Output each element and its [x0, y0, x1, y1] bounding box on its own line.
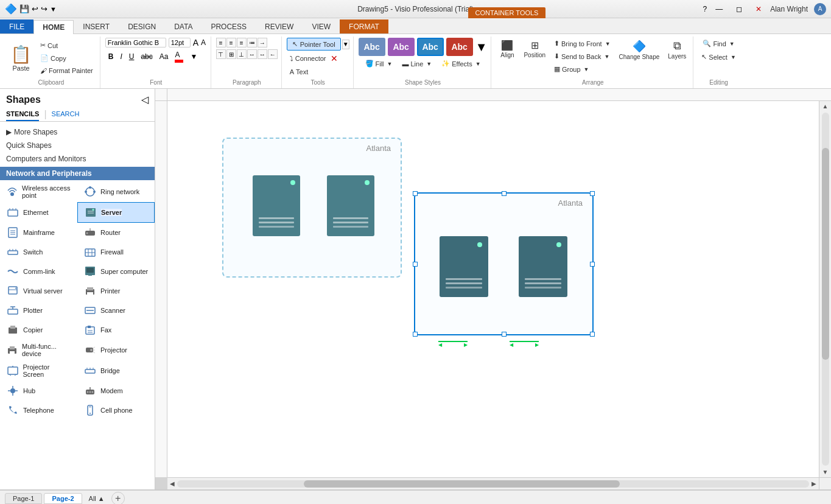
rtl-button[interactable]: ↔ — [258, 49, 267, 59]
bullet-list-button[interactable]: ≔ — [247, 38, 257, 47]
shape-firewall[interactable]: Firewall — [77, 242, 155, 262]
shape-style-4[interactable]: Abc — [446, 38, 473, 56]
shape-virtual-server[interactable]: Virtual server — [0, 281, 77, 301]
decrease-indent-button[interactable]: ← — [268, 49, 278, 59]
sel-handle-left[interactable] — [413, 262, 418, 267]
find-button[interactable]: 🔍 Find ▼ — [700, 38, 737, 49]
send-to-back-button[interactable]: ⬇ Send to Back ▼ — [551, 51, 614, 62]
italic-button[interactable]: I — [117, 51, 125, 62]
vertical-scrollbar[interactable]: ▲ ▼ — [819, 101, 831, 477]
minimize-button[interactable]: — — [710, 4, 728, 15]
container-1[interactable]: Atlanta — [222, 138, 402, 278]
tab-file[interactable]: FILE — [0, 19, 33, 33]
hscroll-left-arrow[interactable]: ◀ — [167, 480, 177, 487]
fill-button[interactable]: 🪣 Fill ▼ — [362, 58, 396, 69]
close-button[interactable]: ✕ — [751, 4, 766, 15]
font-shrink-icon[interactable]: A — [201, 38, 206, 47]
sel-handle-br[interactable] — [590, 332, 595, 337]
server-shape-1[interactable] — [253, 175, 300, 236]
align-right-button[interactable]: ≡ — [237, 38, 247, 47]
server-shape-4[interactable] — [519, 236, 567, 297]
shape-plotter[interactable]: Plotter — [0, 301, 77, 320]
server-shape-2[interactable] — [327, 175, 374, 236]
shape-server[interactable]: Server — [77, 202, 155, 223]
tab-home[interactable]: HOME — [33, 20, 74, 34]
shape-projector-screen[interactable]: Projector Screen — [0, 360, 77, 381]
container-2[interactable]: Atlanta — [414, 192, 594, 335]
tab-design[interactable]: DESIGN — [119, 19, 165, 33]
vscroll-thumb[interactable] — [822, 148, 829, 360]
bring-to-front-button[interactable]: ⬆ Bring to Front ▼ — [551, 38, 614, 49]
valign-middle-button[interactable]: ⊞ — [226, 49, 236, 59]
cut-button[interactable]: ✂ Cut — [37, 40, 96, 51]
hscroll-right-arrow[interactable]: ▶ — [809, 480, 819, 487]
underline-button[interactable]: U — [126, 51, 138, 62]
copy-button[interactable]: 📄 Copy — [37, 52, 96, 64]
font-size-input[interactable] — [169, 38, 191, 47]
quick-access-customize[interactable]: ▼ — [50, 5, 57, 13]
select-button[interactable]: ↖ Select ▼ — [698, 51, 739, 63]
shape-copier[interactable]: Copier — [0, 320, 77, 340]
shape-router[interactable]: Router — [77, 223, 155, 242]
increase-indent-button[interactable]: → — [258, 38, 267, 47]
shape-hub[interactable]: Hub — [0, 381, 77, 401]
vscroll-down-arrow[interactable]: ▼ — [822, 467, 829, 477]
tab-data[interactable]: DATA — [165, 19, 202, 33]
font-color-button[interactable]: A — [172, 49, 186, 64]
font-grow-icon[interactable]: A — [193, 38, 198, 47]
restore-button[interactable]: ◻ — [731, 4, 747, 15]
shape-scanner[interactable]: Scanner — [77, 301, 155, 320]
page-tab-1[interactable]: Page-1 — [5, 493, 42, 504]
shape-style-1[interactable]: Abc — [359, 38, 385, 56]
pointer-dropdown[interactable]: ▼ — [342, 40, 349, 49]
shape-switch[interactable]: Switch — [0, 242, 77, 262]
valign-top-button[interactable]: ⊤ — [216, 49, 226, 59]
add-page-button[interactable]: + — [111, 492, 125, 504]
tab-format[interactable]: FORMAT — [340, 19, 388, 33]
sel-handle-top[interactable] — [502, 191, 507, 196]
ltr-button[interactable]: ↔ — [247, 49, 257, 59]
connector-remove[interactable]: ✕ — [331, 54, 338, 63]
shape-bridge[interactable]: Bridge — [77, 360, 155, 381]
tab-review[interactable]: REVIEW — [256, 19, 303, 33]
shape-mainframe[interactable]: Mainframe — [0, 223, 77, 242]
help-icon[interactable]: ? — [703, 5, 707, 13]
shape-printer[interactable]: Printer — [77, 281, 155, 301]
computers-monitors-item[interactable]: Computers and Monitors — [0, 152, 155, 166]
shape-style-3[interactable]: Abc — [417, 38, 444, 56]
all-pages-button[interactable]: All ▲ — [84, 494, 110, 503]
shape-modem[interactable]: Modem — [77, 381, 155, 401]
align-button[interactable]: ⬛ Align — [496, 38, 518, 60]
horizontal-scrollbar[interactable]: ◀ ▶ — [167, 477, 819, 489]
shape-ethernet[interactable]: Ethernet — [0, 202, 77, 223]
shape-super-computer[interactable]: Super computer — [77, 262, 155, 281]
shape-projector[interactable]: Projector — [77, 340, 155, 360]
shapes-collapse-icon[interactable]: ◁ — [141, 94, 149, 105]
tab-process[interactable]: PROCESS — [202, 19, 256, 33]
align-center-button[interactable]: ≡ — [226, 38, 236, 47]
shape-comm-link[interactable]: Comm-link — [0, 262, 77, 281]
line-button[interactable]: ▬ Line ▼ — [399, 58, 435, 69]
case-button[interactable]: Aa — [156, 51, 172, 62]
font-name-input[interactable] — [105, 38, 166, 47]
tab-insert[interactable]: INSERT — [74, 19, 119, 33]
group-button[interactable]: ▦ Group ▼ — [551, 63, 614, 75]
layers-button[interactable]: ⧉ Layers — [665, 38, 689, 61]
page-tab-2[interactable]: Page-2 — [44, 493, 82, 504]
server-shape-3[interactable] — [440, 236, 488, 297]
sel-handle-bottom[interactable] — [502, 332, 507, 337]
sel-handle-right[interactable] — [590, 262, 595, 267]
quick-access-save[interactable]: 💾 — [19, 4, 29, 13]
shape-ring-network[interactable]: Ring network — [77, 181, 155, 202]
shape-wireless-access-point[interactable]: Wireless access point — [0, 181, 77, 202]
drawing-area[interactable]: Atlanta — [167, 101, 819, 477]
shape-multifunction[interactable]: Multi-func... device — [0, 340, 77, 360]
quick-access-redo[interactable]: ↪ — [41, 4, 47, 13]
shape-fax[interactable]: Fax — [77, 320, 155, 340]
more-shapes-item[interactable]: ▶ More Shapes — [0, 125, 155, 139]
bold-button[interactable]: B — [105, 51, 117, 62]
canvas-area[interactable]: Atlanta — [155, 89, 831, 489]
tab-view[interactable]: VIEW — [303, 19, 340, 33]
connector-button[interactable]: ⤵ Connector — [287, 53, 329, 64]
shape-telephone[interactable]: Telephone — [0, 401, 77, 420]
